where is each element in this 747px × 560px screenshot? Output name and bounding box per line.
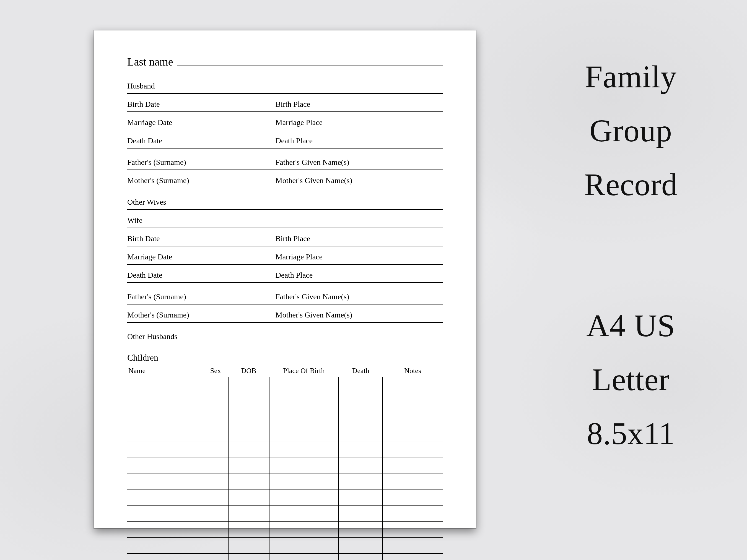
table-cell: [269, 377, 339, 393]
husband-mother-surname-label: Mother's (Surname): [127, 176, 276, 185]
table-cell: [228, 425, 269, 441]
table-cell: [203, 553, 228, 560]
table-cell: [127, 489, 203, 505]
table-cell: [383, 521, 443, 537]
husband-father-surname-label: Father's (Surname): [127, 158, 276, 167]
table-cell: [228, 457, 269, 473]
promo-size: A4 US Letter 8.5x11: [537, 310, 725, 472]
table-cell: [339, 489, 383, 505]
table-row: [127, 377, 443, 393]
children-col-dob: DOB: [228, 367, 269, 377]
table-cell: [127, 521, 203, 537]
wife-father-given-label: Father's Given Name(s): [276, 292, 443, 301]
table-cell: [383, 377, 443, 393]
table-cell: [203, 409, 228, 425]
form-page: Last name Husband Birth Date Birth Place…: [94, 30, 476, 528]
table-cell: [383, 505, 443, 521]
table-cell: [339, 553, 383, 560]
promo-title-l2: Group: [537, 115, 725, 146]
wife-marriage-place-label: Marriage Place: [276, 252, 443, 261]
table-cell: [228, 441, 269, 457]
table-cell: [269, 521, 339, 537]
table-cell: [203, 425, 228, 441]
table-cell: [339, 521, 383, 537]
wife-mother-row: Mother's (Surname) Mother's Given Name(s…: [127, 311, 443, 323]
husband-heading-row: Husband: [127, 82, 443, 94]
table-cell: [383, 441, 443, 457]
wife-death-row: Death Date Death Place: [127, 271, 443, 283]
table-cell: [269, 441, 339, 457]
table-cell: [383, 537, 443, 553]
husband-marriage-row: Marriage Date Marriage Place: [127, 118, 443, 130]
table-cell: [383, 393, 443, 409]
table-cell: [339, 441, 383, 457]
table-cell: [228, 409, 269, 425]
wife-birth-date-label: Birth Date: [127, 234, 276, 243]
promo-size-l1: A4 US: [537, 310, 725, 342]
husband-marriage-place-label: Marriage Place: [276, 118, 443, 127]
table-cell: [383, 473, 443, 489]
wife-birth-row: Birth Date Birth Place: [127, 234, 443, 246]
wife-birth-place-label: Birth Place: [276, 234, 443, 243]
wife-father-row: Father's (Surname) Father's Given Name(s…: [127, 292, 443, 304]
wife-other-husbands-label: Other Husbands: [127, 332, 177, 341]
wife-father-surname-label: Father's (Surname): [127, 292, 276, 301]
husband-death-date-label: Death Date: [127, 136, 276, 145]
table-cell: [339, 425, 383, 441]
husband-father-given-label: Father's Given Name(s): [276, 158, 443, 167]
table-cell: [228, 553, 269, 560]
children-header-row: Name Sex DOB Place Of Birth Death Notes: [127, 367, 443, 377]
table-cell: [127, 505, 203, 521]
wife-death-place-label: Death Place: [276, 271, 443, 279]
table-row: [127, 457, 443, 473]
wife-mother-given-label: Mother's Given Name(s): [276, 311, 443, 319]
table-cell: [269, 537, 339, 553]
table-row: [127, 553, 443, 560]
table-cell: [203, 473, 228, 489]
table-cell: [203, 441, 228, 457]
promo-title-l1: Family: [537, 61, 725, 92]
children-col-notes: Notes: [383, 367, 443, 377]
husband-birth-place-label: Birth Place: [276, 100, 443, 109]
table-cell: [339, 377, 383, 393]
table-cell: [203, 393, 228, 409]
table-cell: [203, 457, 228, 473]
husband-father-row: Father's (Surname) Father's Given Name(s…: [127, 158, 443, 170]
children-col-death: Death: [339, 367, 383, 377]
table-row: [127, 393, 443, 409]
husband-birth-row: Birth Date Birth Place: [127, 100, 443, 112]
wife-mother-surname-label: Mother's (Surname): [127, 311, 276, 319]
table-cell: [127, 441, 203, 457]
promo-size-l3: 8.5x11: [537, 418, 725, 449]
wife-marriage-date-label: Marriage Date: [127, 252, 276, 261]
table-cell: [203, 537, 228, 553]
table-row: [127, 489, 443, 505]
last-name-line: [177, 65, 443, 66]
table-cell: [228, 521, 269, 537]
table-cell: [269, 425, 339, 441]
table-row: [127, 441, 443, 457]
table-cell: [383, 489, 443, 505]
promo-size-l2: Letter: [537, 364, 725, 396]
husband-mother-given-label: Mother's Given Name(s): [276, 176, 443, 185]
table-cell: [228, 377, 269, 393]
wife-heading: Wife: [127, 216, 143, 225]
children-heading: Children: [127, 353, 443, 363]
table-cell: [339, 537, 383, 553]
table-cell: [383, 409, 443, 425]
table-cell: [269, 409, 339, 425]
table-cell: [127, 393, 203, 409]
table-row: [127, 409, 443, 425]
last-name-label: Last name: [127, 55, 173, 68]
table-cell: [203, 521, 228, 537]
table-cell: [203, 489, 228, 505]
table-cell: [127, 537, 203, 553]
children-table: Name Sex DOB Place Of Birth Death Notes: [127, 367, 443, 560]
wife-heading-row: Wife: [127, 216, 443, 228]
children-col-pob: Place Of Birth: [269, 367, 339, 377]
table-cell: [127, 553, 203, 560]
table-cell: [269, 553, 339, 560]
table-cell: [228, 537, 269, 553]
husband-marriage-date-label: Marriage Date: [127, 118, 276, 127]
promo-title-l3: Record: [537, 169, 725, 201]
